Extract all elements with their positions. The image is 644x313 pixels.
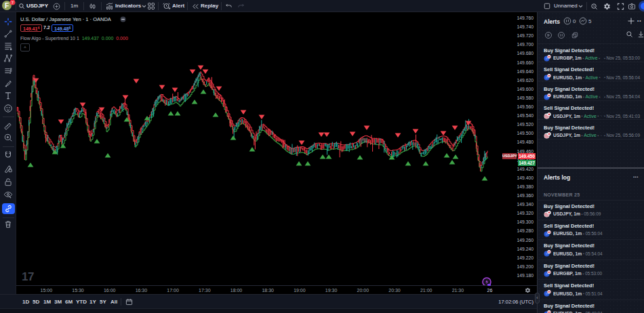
svg-text:0: 0 bbox=[573, 18, 576, 24]
svg-text:F: F bbox=[5, 2, 9, 9]
svg-text:5: 5 bbox=[588, 18, 592, 24]
